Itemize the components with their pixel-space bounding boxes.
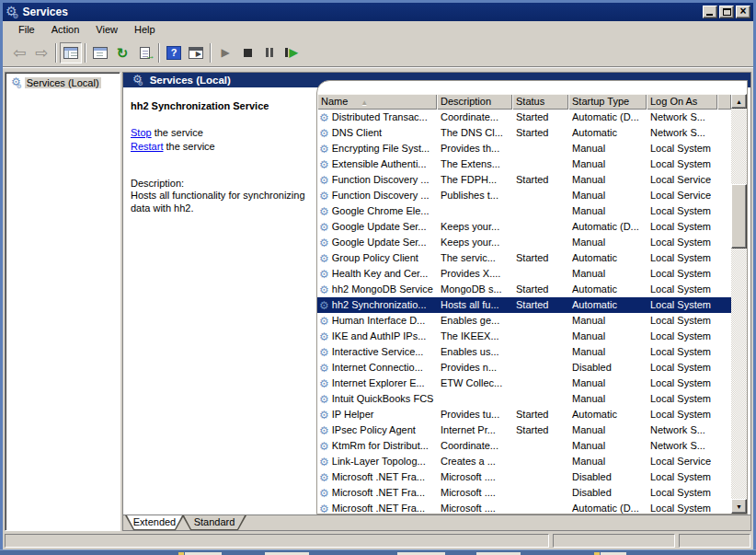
tab-extended[interactable]: Extended <box>125 515 184 530</box>
forward-button[interactable]: ⇨ <box>30 42 52 64</box>
column-header-filler <box>717 94 731 110</box>
service-row[interactable]: ⚙Distributed Transac...Coordinate...Star… <box>317 110 731 125</box>
cell-filler <box>717 266 731 282</box>
cell-filler <box>717 110 731 125</box>
column-header-startup-type[interactable]: Startup Type <box>568 94 647 110</box>
service-row[interactable]: ⚙hh2 MongoDB ServiceMongoDB s...StartedA… <box>317 282 731 297</box>
column-header-log-on-as[interactable]: Log On As <box>647 94 717 110</box>
service-row[interactable]: ⚙Link-Layer Topolog...Creates a ...Manua… <box>317 454 731 469</box>
cell-status <box>512 203 568 219</box>
back-button[interactable]: ⇦ <box>8 42 30 64</box>
service-row[interactable]: ⚙Function Discovery ...The FDPH...Starte… <box>317 172 731 188</box>
restart-service-button[interactable]: ▶ <box>281 42 303 64</box>
menu-action[interactable]: Action <box>43 23 88 36</box>
service-row[interactable]: ⚙Microsoft .NET Fra...Microsoft ....Disa… <box>317 469 731 485</box>
service-row[interactable]: ⚙Group Policy ClientThe servic...Started… <box>317 250 731 266</box>
tab-standard[interactable]: Standard <box>182 515 246 530</box>
cell-status <box>512 376 568 391</box>
cell-filler <box>717 313 731 329</box>
cell-name: ⚙hh2 MongoDB Service <box>317 282 437 297</box>
cell-log_on_as: Local System <box>647 407 717 422</box>
minimize-button[interactable] <box>703 6 717 18</box>
service-row[interactable]: ⚙Intuit QuickBooks FCSManualLocal System <box>317 391 731 407</box>
service-gear-icon: ⚙ <box>319 144 329 155</box>
tree-item-services-local[interactable]: Services (Local) <box>11 76 118 90</box>
menu-help[interactable]: Help <box>126 23 164 36</box>
column-header-name[interactable]: Name▲ <box>317 94 437 110</box>
properties-button[interactable] <box>89 42 111 64</box>
scroll-up-button[interactable]: ▲ <box>731 94 747 109</box>
menu-file[interactable]: File <box>10 23 43 36</box>
service-row[interactable]: ⚙Google Update Ser...Keeps your...Manual… <box>317 235 731 250</box>
cell-description: Provides n... <box>437 360 512 376</box>
cell-startup_type: Manual <box>568 422 647 438</box>
cell-description: The DNS Cl... <box>437 125 512 141</box>
cell-name: ⚙Distributed Transac... <box>317 110 437 125</box>
service-gear-icon: ⚙ <box>319 378 329 389</box>
cell-filler <box>717 391 731 407</box>
service-row[interactable]: ⚙Encrypting File Syst...Provides th...Ma… <box>317 141 731 156</box>
service-row[interactable]: ⚙Extensible Authenti...The Extens...Manu… <box>317 156 731 172</box>
service-row[interactable]: ⚙Google Update Ser...Keeps your...Automa… <box>317 219 731 235</box>
properties-icon <box>93 47 108 59</box>
extended-info-pane: hh2 Synchronization Service Stop the ser… <box>123 87 316 515</box>
cell-startup_type: Automatic (D... <box>568 501 647 514</box>
start-service-button[interactable]: ▶ <box>214 42 236 64</box>
service-row[interactable]: ⚙Google Chrome Ele...ManualLocal System <box>317 203 731 219</box>
cell-log_on_as: Local System <box>647 313 717 329</box>
cell-status <box>512 141 568 156</box>
cell-log_on_as: Local System <box>647 250 717 266</box>
vertical-scrollbar[interactable]: ▲ ▼ <box>731 94 747 514</box>
cell-startup_type: Manual <box>568 438 647 454</box>
export-list-button[interactable]: → <box>133 42 155 64</box>
service-row[interactable]: ⚙Human Interface D...Enables ge...Manual… <box>317 313 731 329</box>
cell-log_on_as: Local System <box>647 485 717 501</box>
titlebar[interactable]: Services × <box>3 3 753 21</box>
service-row[interactable]: ⚙hh2 Synchronizatio...Hosts all fu...Sta… <box>317 297 731 313</box>
cell-startup_type: Manual <box>568 376 647 391</box>
banner-title: Services (Local) <box>150 75 231 86</box>
cell-status: Started <box>512 110 568 125</box>
close-button[interactable]: × <box>736 6 750 18</box>
service-row[interactable]: ⚙Health Key and Cer...Provides X....Manu… <box>317 266 731 282</box>
stop-service-link[interactable]: Stop <box>131 127 152 138</box>
service-row[interactable]: ⚙Internet Explorer E...ETW Collec...Manu… <box>317 376 731 391</box>
service-gear-icon: ⚙ <box>319 425 329 436</box>
service-row[interactable]: ⚙Microsoft .NET Fra...Microsoft ....Auto… <box>317 501 731 514</box>
menu-view[interactable]: View <box>87 23 126 36</box>
service-row[interactable]: ⚙Function Discovery ...Publishes t...Man… <box>317 188 731 203</box>
column-header-status[interactable]: Status <box>512 94 568 110</box>
service-row[interactable]: ⚙KtmRm for Distribut...Coordinate...Manu… <box>317 438 731 454</box>
scroll-down-button[interactable]: ▼ <box>731 499 747 514</box>
service-row[interactable]: ⚙IP HelperProvides tu...StartedAutomatic… <box>317 407 731 422</box>
selected-service-name: hh2 Synchronization Service <box>131 100 316 111</box>
cell-description: Enables us... <box>437 344 512 360</box>
description-text: Hosts all functionality for synchronizin… <box>131 189 309 214</box>
restart-service-link[interactable]: Restart <box>131 141 163 152</box>
service-row[interactable]: ⚙DNS ClientThe DNS Cl...StartedAutomatic… <box>317 125 731 141</box>
maximize-button[interactable] <box>719 6 734 18</box>
service-gear-icon: ⚙ <box>319 284 329 295</box>
cell-startup_type: Manual <box>568 156 647 172</box>
toolbar-separator <box>158 43 160 63</box>
show-console-tree-button[interactable] <box>60 42 82 64</box>
show-action-pane-button[interactable]: ▶ <box>185 42 207 64</box>
cell-startup_type: Manual <box>568 172 647 188</box>
help-button[interactable]: ? <box>163 42 185 64</box>
cell-startup_type: Manual <box>568 329 647 344</box>
cell-startup_type: Manual <box>568 313 647 329</box>
cell-startup_type: Disabled <box>568 360 647 376</box>
pause-service-button[interactable] <box>258 42 281 64</box>
service-row[interactable]: ⚙IKE and AuthIP IPs...The IKEEX...Manual… <box>317 329 731 344</box>
cell-startup_type: Manual <box>568 454 647 469</box>
service-row[interactable]: ⚙IPsec Policy AgentInternet Pr...Started… <box>317 422 731 438</box>
column-header-description[interactable]: Description <box>437 94 512 110</box>
stop-service-button[interactable] <box>236 42 258 64</box>
service-row[interactable]: ⚙Microsoft .NET Fra...Microsoft ....Disa… <box>317 485 731 501</box>
service-row[interactable]: ⚙Internet Connectio...Provides n...Disab… <box>317 360 731 376</box>
scrollbar-thumb[interactable] <box>731 184 747 249</box>
service-row[interactable]: ⚙Interactive Service...Enables us...Manu… <box>317 344 731 360</box>
cell-filler <box>717 407 731 422</box>
cell-startup_type: Manual <box>568 344 647 360</box>
refresh-button[interactable]: ↻ <box>111 42 133 64</box>
